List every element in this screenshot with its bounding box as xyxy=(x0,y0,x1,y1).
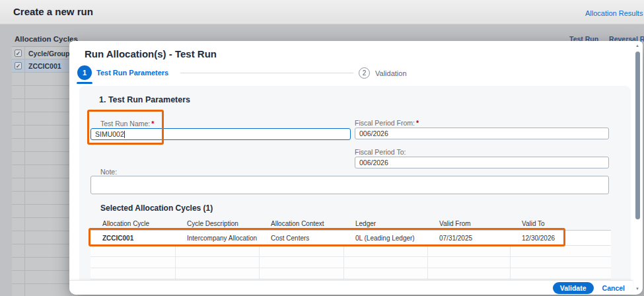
step-1-indicator[interactable]: 1 xyxy=(77,65,92,80)
active-step-underline xyxy=(77,82,92,84)
fiscal-period-to-input[interactable]: 006/2026 xyxy=(355,157,609,168)
page-title: Create a new run xyxy=(13,6,93,17)
scroll-up-icon[interactable]: ▲ xyxy=(635,44,640,48)
app-root: Allocation Cycles Test Run Reversal Run … xyxy=(0,0,644,296)
col-ledger: Ledger xyxy=(343,218,427,230)
note-label: Note: xyxy=(100,168,117,176)
selected-cycles-table: Allocation Cycle Cycle Description Alloc… xyxy=(90,218,611,279)
cell-valid-to: 12/30/2026 xyxy=(510,231,611,245)
empty-cycles-row xyxy=(90,246,611,257)
shell-header: Create a new run Allocation Results Ma xyxy=(0,0,644,24)
col-valid-to: Valid To xyxy=(510,218,611,230)
required-marker: * xyxy=(151,120,154,128)
cancel-button[interactable]: Cancel xyxy=(600,282,627,294)
col-cycle-description: Cycle Description xyxy=(175,218,259,230)
dialog-title: Run Allocation(s) - Test Run xyxy=(85,48,217,59)
scrollbar-thumb[interactable] xyxy=(635,52,640,219)
cell-allocation-cycle: ZCCIC001 xyxy=(90,231,175,245)
test-run-name-label: Test Run Name:* xyxy=(100,120,154,128)
required-marker: * xyxy=(416,119,419,127)
fiscal-period-to-label: Fiscal Period To: xyxy=(355,148,406,156)
allocation-results-link[interactable]: Allocation Results xyxy=(585,9,643,17)
cell-cycle-description: Intercompany Allocation xyxy=(175,231,259,245)
cycles-table-header: Allocation Cycle Cycle Description Alloc… xyxy=(90,218,611,231)
empty-cycles-row xyxy=(90,257,611,268)
cell-ledger: 0L (Leading Ledger) xyxy=(343,231,427,245)
selected-cycles-title: Selected Allocation Cycles (1) xyxy=(100,204,213,213)
step-2-indicator[interactable]: 2 xyxy=(359,67,370,79)
fiscal-period-from-input[interactable]: 006/2026 xyxy=(355,128,609,139)
step-connector-line xyxy=(180,73,353,73)
dialog-footer: Validate Cancel xyxy=(69,280,633,295)
note-input[interactable] xyxy=(90,176,609,194)
col-allocation-cycle: Allocation Cycle xyxy=(90,218,175,230)
test-run-name-input[interactable]: SIMU002 xyxy=(90,128,351,140)
text-cursor xyxy=(124,131,125,138)
empty-cycles-row xyxy=(90,268,611,279)
cycles-table-row-zccic001[interactable]: ZCCIC001 Intercompany Allocation Cost Ce… xyxy=(90,231,611,246)
col-allocation-context: Allocation Context xyxy=(259,218,343,230)
run-allocations-dialog: Run Allocation(s) - Test Run 1 Test Run … xyxy=(69,41,643,295)
step-1-label[interactable]: Test Run Parameters xyxy=(96,69,168,77)
scroll-down-icon[interactable]: ▼ xyxy=(635,287,640,291)
step-2-label[interactable]: Validation xyxy=(375,69,407,77)
cell-allocation-context: Cost Centers xyxy=(259,231,343,245)
dialog-scrollbar[interactable]: ▲ ▼ xyxy=(635,42,640,293)
shell-links: Allocation Results Ma xyxy=(585,9,644,17)
validate-button[interactable]: Validate xyxy=(553,282,594,294)
cell-valid-from: 07/31/2025 xyxy=(427,231,510,245)
cycles-empty-rows xyxy=(90,246,611,279)
fiscal-period-from-label: Fiscal Period From:* xyxy=(355,119,419,127)
step-content-panel: 1. Test Run Parameters Test Run Name:* S… xyxy=(79,86,631,280)
section-title: 1. Test Run Parameters xyxy=(99,95,190,104)
col-valid-from: Valid From xyxy=(427,218,510,230)
